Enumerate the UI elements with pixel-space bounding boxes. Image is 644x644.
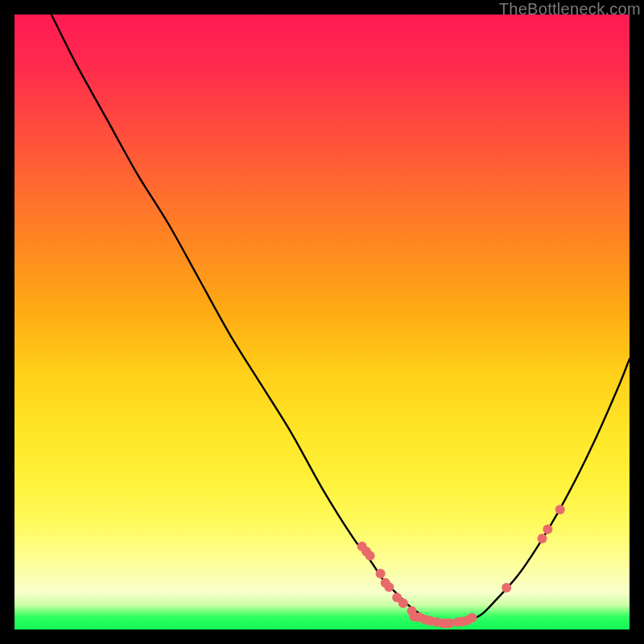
data-marker xyxy=(555,505,565,514)
plot-area xyxy=(14,14,630,630)
chart-frame: TheBottleneck.com xyxy=(0,0,644,644)
data-marker xyxy=(398,598,408,608)
data-marker xyxy=(467,613,477,622)
bottleneck-curve xyxy=(52,14,630,624)
data-marker xyxy=(502,583,511,592)
data-marker xyxy=(538,534,547,543)
curve-svg xyxy=(14,14,630,630)
data-markers xyxy=(357,505,565,628)
data-marker xyxy=(384,582,394,592)
data-marker xyxy=(376,568,386,578)
data-marker xyxy=(365,551,375,560)
data-marker xyxy=(543,524,552,534)
